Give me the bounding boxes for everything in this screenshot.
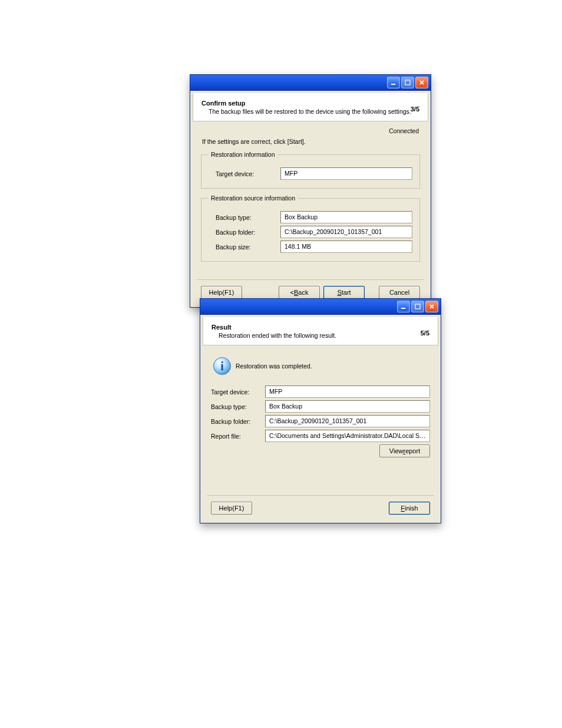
result-message: Restoration was completed. bbox=[236, 363, 312, 370]
start-button[interactable]: Start bbox=[323, 286, 365, 299]
titlebar[interactable] bbox=[200, 299, 441, 315]
backup-folder-label: Backup folder: bbox=[209, 229, 280, 236]
confirm-setup-window: Confirm setup The backup files will be r… bbox=[190, 74, 431, 308]
step-indicator: 5/5 bbox=[421, 330, 429, 337]
wizard-body: Connected If the settings are correct, c… bbox=[193, 121, 428, 279]
close-button[interactable] bbox=[415, 77, 428, 88]
target-device-row: Target device: MFP bbox=[211, 386, 430, 398]
help-button[interactable]: Help(F1) bbox=[201, 286, 242, 299]
svg-rect-1 bbox=[405, 80, 410, 85]
target-device-row: Target device: MFP bbox=[209, 167, 412, 180]
group-legend: Restoration source information bbox=[209, 195, 297, 202]
target-device-label: Target device: bbox=[209, 170, 280, 177]
btn-accel: F bbox=[401, 505, 405, 512]
group-legend: Restoration information bbox=[209, 151, 277, 158]
help-button[interactable]: Help(F1) bbox=[211, 502, 252, 515]
button-bar: Help(F1) Finish bbox=[207, 495, 434, 521]
target-device-label: Target device: bbox=[211, 388, 265, 396]
header-title: Result bbox=[211, 324, 429, 331]
target-device-value: MFP bbox=[265, 386, 430, 398]
backup-folder-label: Backup folder: bbox=[211, 418, 265, 425]
wizard-body: i Restoration was completed. Target devi… bbox=[203, 345, 438, 495]
close-button[interactable] bbox=[425, 301, 438, 312]
wizard-header: Confirm setup The backup files will be r… bbox=[193, 93, 428, 121]
back-button[interactable]: < Back bbox=[279, 286, 320, 299]
finish-button[interactable]: Finish bbox=[389, 502, 430, 515]
target-device-value: MFP bbox=[280, 167, 412, 180]
restoration-source-information-group: Restoration source information Backup ty… bbox=[201, 195, 420, 262]
report-file-row: Report file: C:\Documents and Settings\A… bbox=[211, 430, 430, 442]
backup-size-label: Backup size: bbox=[209, 243, 280, 251]
result-message-row: i Restoration was completed. bbox=[213, 357, 428, 375]
header-subtitle: The backup files will be restored to the… bbox=[209, 108, 419, 115]
titlebar[interactable] bbox=[190, 75, 431, 91]
backup-folder-value: C:\Backup_20090120_101357_001 bbox=[280, 226, 412, 238]
backup-size-value: 148.1 MB bbox=[280, 241, 412, 253]
step-indicator: 3/5 bbox=[411, 106, 419, 113]
backup-type-label: Backup type: bbox=[211, 403, 265, 410]
backup-type-label: Backup type: bbox=[209, 214, 280, 221]
backup-folder-row: Backup folder: C:\Backup_20090120_101357… bbox=[209, 226, 412, 238]
result-window: Result Restoration ended with the follow… bbox=[200, 298, 441, 523]
backup-type-row: Backup type: Box Backup bbox=[209, 211, 412, 223]
instruction-text: If the settings are correct, click [Star… bbox=[202, 138, 420, 145]
view-report-button[interactable]: View report bbox=[379, 444, 430, 457]
btn-text-rest: inish bbox=[405, 505, 418, 512]
cancel-button[interactable]: Cancel bbox=[379, 286, 420, 299]
minimize-button[interactable] bbox=[397, 301, 410, 312]
wizard-header: Result Restoration ended with the follow… bbox=[203, 317, 438, 345]
connection-status: Connected bbox=[201, 125, 420, 138]
btn-text-post: eport bbox=[405, 447, 420, 454]
svg-rect-0 bbox=[391, 84, 395, 85]
backup-type-value: Box Backup bbox=[280, 211, 412, 223]
restoration-information-group: Restoration information Target device: M… bbox=[201, 151, 420, 189]
backup-type-row: Backup type: Box Backup bbox=[211, 400, 430, 413]
maximize-button bbox=[401, 77, 414, 88]
btn-text-pre: View bbox=[389, 447, 404, 454]
btn-accel: S bbox=[337, 289, 341, 296]
report-file-value: C:\Documents and Settings\Administrator.… bbox=[265, 430, 430, 442]
backup-type-value: Box Backup bbox=[265, 400, 430, 413]
minimize-button[interactable] bbox=[387, 77, 400, 88]
svg-rect-3 bbox=[415, 304, 420, 309]
maximize-button bbox=[411, 301, 424, 312]
svg-rect-2 bbox=[401, 308, 405, 309]
backup-folder-row: Backup folder: C:\Backup_20090120_101357… bbox=[211, 415, 430, 427]
backup-folder-value: C:\Backup_20090120_101357_001 bbox=[265, 415, 430, 427]
btn-accel: B bbox=[294, 289, 298, 296]
info-icon: i bbox=[213, 357, 231, 375]
backup-size-row: Backup size: 148.1 MB bbox=[209, 241, 412, 253]
btn-text-rest: tart bbox=[342, 289, 351, 296]
report-file-label: Report file: bbox=[211, 433, 265, 440]
header-title: Confirm setup bbox=[201, 100, 419, 107]
btn-text-rest: ack bbox=[298, 289, 308, 296]
header-subtitle: Restoration ended with the following res… bbox=[219, 332, 429, 339]
